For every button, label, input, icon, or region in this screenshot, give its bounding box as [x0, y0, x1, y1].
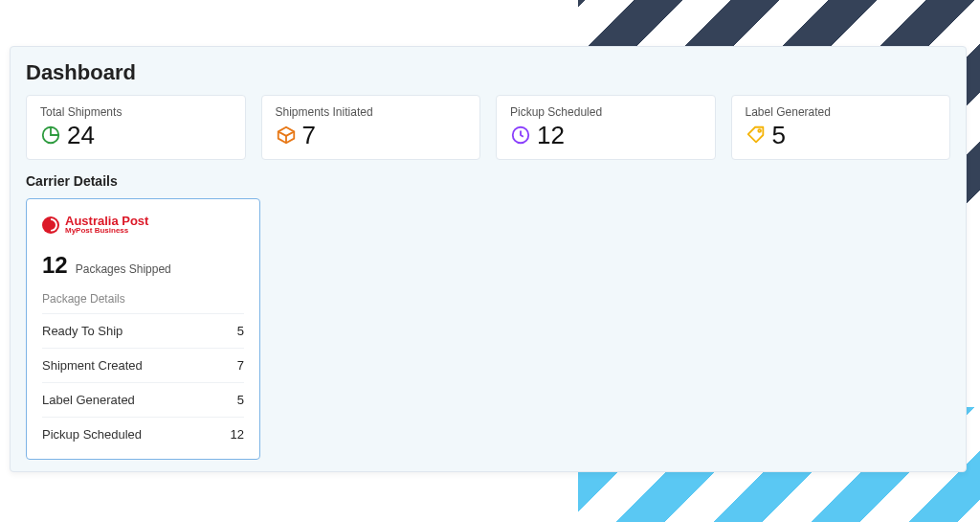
- carrier-section-title: Carrier Details: [26, 173, 950, 189]
- dashboard-panel: Dashboard Total Shipments 24 Shipments I…: [10, 46, 967, 472]
- stat-value: 7: [302, 123, 316, 148]
- package-row-ready: Ready To Ship 5: [42, 313, 244, 348]
- package-row-pickup: Pickup Scheduled 12: [42, 417, 244, 451]
- package-row-label: Shipment Created: [42, 358, 143, 373]
- australia-post-mark-icon: [42, 216, 59, 234]
- stat-label: Shipments Initiated: [276, 105, 467, 119]
- package-row-value: 5: [237, 393, 244, 407]
- stat-value: 24: [67, 123, 95, 148]
- package-details-header: Package Details: [42, 292, 244, 306]
- stat-value: 5: [772, 123, 786, 148]
- package-row-label: Ready To Ship: [42, 324, 122, 338]
- pie-chart-icon: [40, 125, 61, 146]
- carrier-card[interactable]: Australia Post MyPost Business 12 Packag…: [26, 198, 260, 460]
- stat-pickup-scheduled: Pickup Scheduled 12: [496, 95, 716, 160]
- stats-row: Total Shipments 24 Shipments Initiated: [26, 95, 950, 160]
- box-icon: [276, 125, 297, 146]
- stat-label-generated: Label Generated 5: [731, 95, 951, 160]
- svg-point-2: [758, 129, 761, 132]
- stat-shipments-initiated: Shipments Initiated 7: [261, 95, 481, 160]
- package-row-value: 12: [231, 427, 244, 442]
- package-row-value: 5: [237, 324, 244, 338]
- package-row-value: 7: [237, 358, 244, 373]
- stat-label: Total Shipments: [40, 105, 232, 119]
- package-row-label: Pickup Scheduled: [42, 427, 142, 442]
- tag-icon: [746, 125, 767, 146]
- packages-shipped-value: 12: [42, 252, 68, 279]
- carrier-sub-name: MyPost Business: [65, 227, 148, 235]
- packages-shipped-caption: Packages Shipped: [76, 262, 171, 276]
- clock-icon: [510, 125, 531, 146]
- package-row-created: Shipment Created 7: [42, 348, 244, 382]
- stat-total-shipments: Total Shipments 24: [26, 95, 246, 160]
- stat-value: 12: [537, 123, 565, 148]
- package-row-label: Label Generated: [42, 393, 135, 407]
- package-row-label-generated: Label Generated 5: [42, 382, 244, 417]
- stat-label: Pickup Scheduled: [510, 105, 702, 119]
- carrier-logo: Australia Post MyPost Business: [42, 215, 244, 235]
- stat-label: Label Generated: [746, 105, 937, 119]
- page-title: Dashboard: [26, 60, 950, 85]
